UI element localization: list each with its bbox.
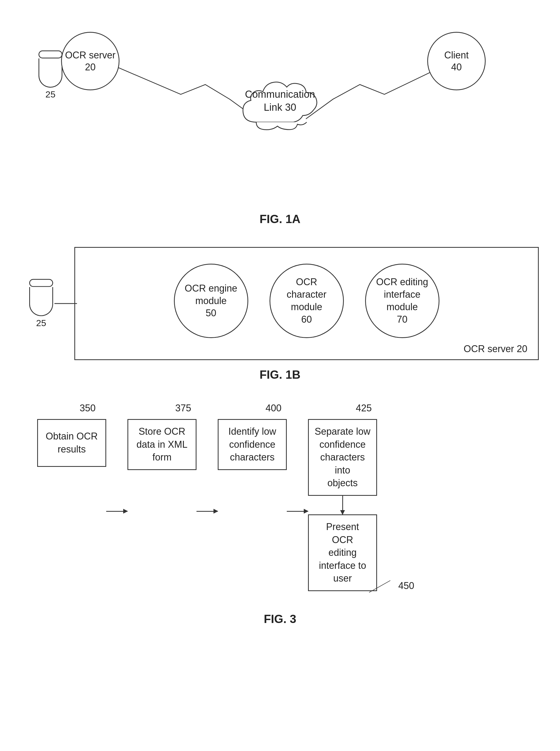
step-450: Present OCR editing interface to user bbox=[308, 514, 377, 591]
step-400-wrapper: 400 Identify low confidence characters bbox=[218, 402, 287, 470]
label-450: 450 bbox=[398, 580, 414, 591]
client-node: Client 40 bbox=[427, 32, 486, 90]
db-label-1a: 25 bbox=[39, 89, 62, 100]
step-450-wrapper: Present OCR editing interface to user 45… bbox=[308, 514, 377, 591]
label-400: 400 bbox=[265, 402, 281, 414]
fig1a-caption: FIG. 1A bbox=[21, 213, 539, 226]
fig1a-diagram: 25 OCR server 20 Client 40 Communication… bbox=[21, 16, 539, 207]
step-350: Obtain OCR results bbox=[37, 419, 106, 467]
ocr-server-box: OCR engine module 50 OCR character modul… bbox=[74, 247, 539, 360]
arrow-425-450 bbox=[342, 496, 343, 514]
label-350: 350 bbox=[80, 402, 96, 414]
fig1b-diagram: 25 OCR engine module 50 OCR character mo… bbox=[21, 247, 539, 360]
arrow-350-375 bbox=[106, 511, 127, 512]
ocr-character-module: OCR character module 60 bbox=[269, 264, 344, 338]
connector-line bbox=[55, 303, 77, 304]
arrow-400-425 bbox=[287, 511, 308, 512]
ocr-editing-module: OCR editing interface module 70 bbox=[365, 264, 439, 338]
ocr-engine-module: OCR engine module 50 bbox=[174, 264, 248, 338]
step-350-wrapper: 350 Obtain OCR results bbox=[37, 402, 106, 467]
fig3-flow: 350 Obtain OCR results 375 Store OCR dat… bbox=[21, 402, 539, 591]
step-375: Store OCR data in XML form bbox=[127, 419, 197, 470]
step-375-wrapper: 375 Store OCR data in XML form bbox=[127, 402, 197, 470]
ocr-server-node: OCR server 20 bbox=[61, 32, 119, 90]
step-425: Separate low confidence characters into … bbox=[308, 419, 377, 496]
arrow-375-400 bbox=[197, 511, 218, 512]
db-label-1b: 25 bbox=[29, 318, 53, 328]
cloud-label: Communication Link 30 bbox=[245, 88, 315, 114]
ocr-server-label: OCR server bbox=[65, 49, 116, 61]
fig1b-caption: FIG. 1B bbox=[21, 368, 539, 381]
client-num: 40 bbox=[444, 61, 469, 73]
svg-line-1 bbox=[369, 580, 390, 592]
label-450-container: 450 bbox=[369, 578, 414, 594]
database-icon: 25 bbox=[39, 51, 62, 100]
communication-link-cloud: Communication Link 30 bbox=[235, 64, 325, 138]
ocr-server-box-label: OCR server 20 bbox=[464, 343, 527, 355]
label-375: 375 bbox=[175, 402, 191, 414]
database-icon-1b: 25 bbox=[29, 279, 53, 328]
step-400: Identify low confidence characters bbox=[218, 419, 287, 470]
fig3-caption: FIG. 3 bbox=[21, 612, 539, 626]
step-425-450-col: 425 Separate low confidence characters i… bbox=[308, 402, 377, 591]
fig3-diagram: 350 Obtain OCR results 375 Store OCR dat… bbox=[21, 402, 539, 626]
client-label: Client bbox=[444, 49, 469, 61]
label-425: 425 bbox=[356, 402, 372, 414]
ocr-server-num: 20 bbox=[65, 61, 116, 73]
